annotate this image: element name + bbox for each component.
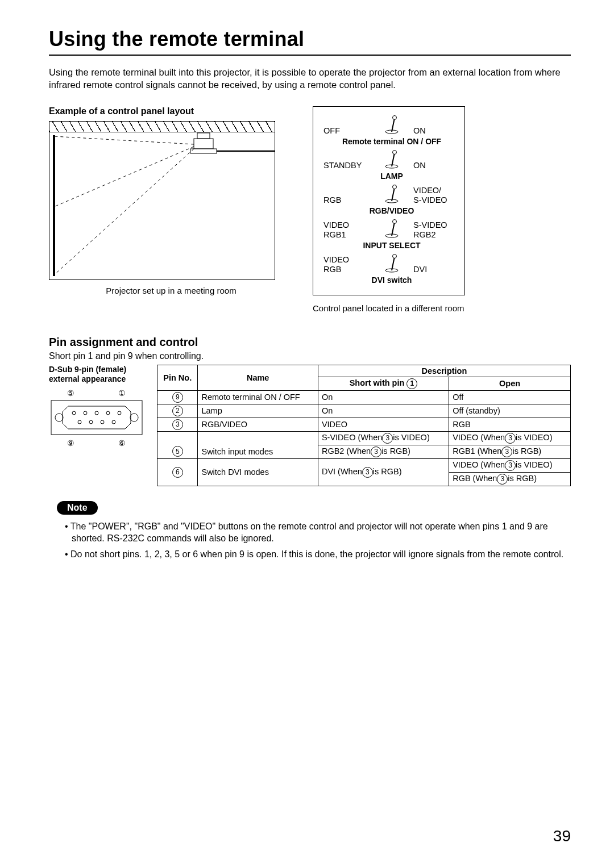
panel-caption: Control panel located in a different roo… — [313, 303, 466, 313]
table-row: 6 Switch DVI modes DVI (When3is RGB) VID… — [157, 458, 571, 472]
page-title: Using the remote terminal — [49, 27, 571, 51]
svg-text:①: ① — [118, 389, 126, 398]
svg-point-15 — [393, 185, 397, 189]
room-caption: Projector set up in a meeting room — [49, 286, 293, 295]
svg-line-20 — [392, 257, 395, 270]
panel-switch-row: STANDBYON — [323, 149, 460, 170]
lever-icon — [383, 149, 400, 170]
svg-point-9 — [393, 115, 397, 119]
switch-title: INPUT SELECT — [323, 241, 460, 250]
list-item: The "POWER", "RGB" and "VIDEO" buttons o… — [65, 520, 570, 545]
page-number: 39 — [553, 827, 571, 845]
switch-left-label: RGB — [323, 195, 370, 205]
svg-line-5 — [54, 149, 194, 275]
table-row: 5 Switch input modes RGB2 (When3is RGB) … — [157, 445, 571, 458]
pin-assignment-table: Pin No. Name Description Short with pin … — [157, 365, 571, 486]
switch-right-label: ON — [413, 161, 460, 170]
switch-right-label: S-VIDEORGB2 — [413, 220, 460, 239]
control-panel-diagram: OFFONRemote terminal ON / OFFSTANDBYONLA… — [313, 106, 465, 295]
switch-title: LAMP — [323, 172, 460, 181]
th-pinno: Pin No. — [157, 365, 198, 390]
dsub-connector-svg: ⑤ ① ⑨ ⑥ — [49, 388, 144, 456]
svg-text:⑤: ⑤ — [67, 389, 74, 398]
switch-right-label: DVI — [413, 265, 460, 274]
panel-switch-row: OFFON — [323, 115, 460, 136]
note-badge: Note — [57, 501, 98, 515]
th-name: Name — [198, 365, 318, 390]
lever-icon — [383, 253, 400, 274]
lever-icon — [383, 115, 400, 136]
example-caption: Example of a control panel layout — [49, 106, 293, 116]
switch-title: DVI switch — [323, 276, 460, 285]
room-svg — [49, 122, 275, 279]
svg-text:⑥: ⑥ — [118, 439, 126, 448]
notes-list: The "POWER", "RGB" and "VIDEO" buttons o… — [65, 520, 570, 561]
switch-left-label: VIDEORGB — [323, 255, 370, 274]
svg-rect-1 — [194, 139, 213, 149]
switch-left-label: VIDEORGB1 — [323, 220, 370, 239]
switch-right-label: ON — [413, 126, 460, 136]
svg-line-3 — [54, 136, 194, 144]
svg-point-18 — [393, 219, 397, 223]
intro-paragraph: Using the remote terminal built into thi… — [49, 66, 571, 91]
svg-line-11 — [392, 153, 395, 166]
pin-section-title: Pin assignment and control — [49, 336, 571, 349]
dsub-title: D-Sub 9-pin (female) external appearance — [49, 365, 146, 385]
table-row: S-VIDEO (When3is VIDEO) VIDEO (When3is V… — [157, 431, 571, 445]
th-open: Open — [449, 377, 571, 390]
svg-line-14 — [392, 187, 395, 201]
list-item: Do not short pins. 1, 2, 3, 5 or 6 when … — [65, 548, 570, 561]
switch-left-label: OFF — [323, 126, 370, 136]
svg-rect-2 — [190, 149, 217, 153]
table-row: 3 RGB/VIDEO VIDEO RGB — [157, 418, 571, 431]
switch-title: RGB/VIDEO — [323, 206, 460, 215]
table-row: 9 Remoto terminal ON / OFF On Off — [157, 390, 571, 404]
lever-icon — [383, 184, 400, 205]
lever-icon — [383, 219, 400, 240]
svg-line-17 — [392, 222, 395, 236]
svg-text:⑨: ⑨ — [67, 439, 74, 448]
switch-right-label: VIDEO/S-VIDEO — [413, 186, 460, 205]
title-rule — [49, 55, 571, 56]
pin-subtext: Short pin 1 and pin 9 when controlling. — [49, 351, 571, 361]
switch-title: Remote terminal ON / OFF — [323, 137, 460, 146]
svg-line-4 — [54, 147, 194, 207]
room-diagram — [49, 121, 275, 280]
th-short: Short with pin 1 — [318, 377, 449, 390]
svg-point-21 — [393, 254, 397, 258]
table-row: 2 Lamp On Off (standby) — [157, 404, 571, 418]
svg-rect-0 — [197, 133, 210, 139]
svg-point-12 — [393, 150, 397, 154]
svg-line-8 — [392, 118, 395, 132]
switch-left-label: STANDBY — [323, 161, 370, 170]
svg-rect-24 — [51, 400, 142, 435]
panel-switch-row: VIDEORGBDVI — [323, 253, 460, 274]
th-desc: Description — [318, 365, 570, 377]
panel-switch-row: RGBVIDEO/S-VIDEO — [323, 184, 460, 205]
panel-switch-row: VIDEORGB1S-VIDEORGB2 — [323, 219, 460, 240]
